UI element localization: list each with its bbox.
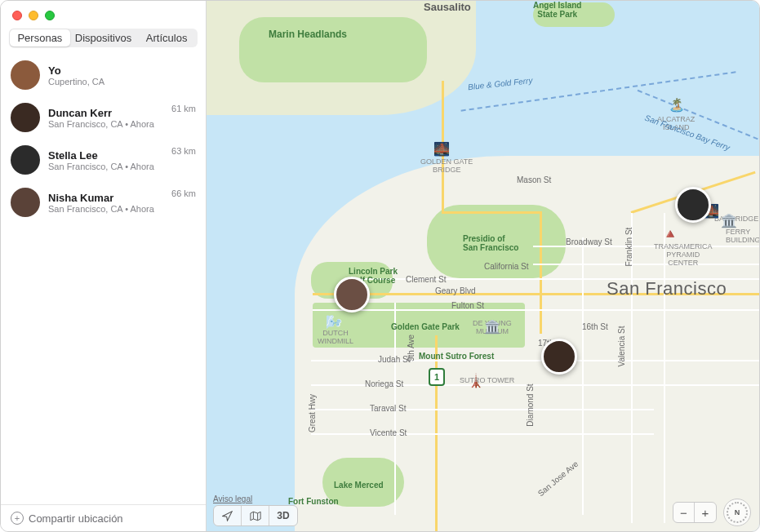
street-label: Valencia St [617, 326, 626, 367]
person-sub: Cupertino, CA [48, 77, 188, 86]
road [533, 264, 759, 265]
person-distance: 61 km [171, 103, 196, 113]
street-label: Noriega St [365, 379, 403, 388]
avatar [11, 103, 40, 132]
street-label: Mason St [517, 175, 551, 184]
road [442, 211, 540, 214]
place-label: Fort Funston [288, 497, 339, 506]
street-label: Vicente St [370, 428, 407, 437]
avatar [11, 188, 40, 217]
person-name: Duncan Kerr [48, 107, 163, 119]
place-label: DUTCH WINDMILL [318, 329, 353, 345]
map-pin-avatar[interactable] [334, 277, 370, 313]
3d-button[interactable]: 3D [269, 506, 297, 525]
person-sub: San Francisco, CA • Ahora [48, 119, 163, 129]
street-label: Judah St [378, 355, 410, 364]
locate-button[interactable] [214, 506, 242, 525]
zoom-in-button[interactable]: + [695, 503, 716, 522]
avatar [11, 60, 40, 90]
street-label: Great Hwy [308, 394, 317, 432]
person-sub: San Francisco, CA • Ahora [48, 204, 163, 214]
place-label: Mount Sutro Forest [419, 352, 494, 361]
street-label: 9th Ave [407, 335, 416, 361]
island-icon: 🏝️ [669, 97, 685, 113]
place-label: Lake Merced [334, 481, 384, 490]
street-label: Broadway St [566, 237, 612, 246]
person-name: Stella Lee [48, 149, 163, 162]
windmill-icon: 🌬️ [326, 314, 342, 330]
zoom-controls: − + [673, 502, 717, 523]
minimize-icon[interactable] [29, 11, 38, 20]
tab-articulos[interactable]: Artículos [136, 29, 197, 47]
place-label: FERRY BUILDING [726, 228, 759, 244]
map-pin-avatar[interactable] [541, 339, 577, 375]
park-area [239, 17, 427, 82]
window-controls [1, 1, 206, 29]
share-location-button[interactable]: + Compartir ubicación [1, 504, 206, 531]
list-item[interactable]: Duncan Kerr San Francisco, CA • Ahora 61… [1, 96, 206, 139]
ferry-label: Blue & Gold Ferry [468, 76, 533, 91]
building-icon: 🏛️ [721, 213, 737, 228]
road [313, 309, 759, 311]
bridge-icon: 🌉 [433, 141, 450, 157]
tower-icon: 🗼 [468, 373, 484, 388]
sidebar: Personas Dispositivos Artículos Yo Cuper… [1, 1, 207, 531]
street-label: 16th St [582, 322, 608, 331]
person-distance: 63 km [171, 145, 196, 156]
museum-icon: 🏛️ [484, 319, 500, 335]
street-label: Diamond St [526, 383, 535, 426]
route-shield: 1 [429, 368, 445, 386]
place-label: GOLDEN GATE BRIDGE [420, 157, 473, 174]
ferry-route [461, 71, 736, 111]
list-item[interactable]: Yo Cupertino, CA [1, 54, 206, 96]
tab-bar: Personas Dispositivos Artículos [9, 29, 198, 47]
map-mode-controls: 3D [213, 505, 298, 526]
person-name: Nisha Kumar [48, 192, 163, 204]
road [582, 237, 584, 515]
list-item[interactable]: Stella Lee San Francisco, CA • Ahora 63 … [1, 139, 206, 181]
avatar [11, 145, 40, 175]
street-label: Franklin St [624, 228, 633, 267]
place-label: Sausalito [424, 1, 471, 13]
tab-dispositivos[interactable]: Dispositivos [70, 29, 136, 47]
place-label: TRANSAMERICA PYRAMID CENTER [654, 242, 713, 267]
zoom-out-button[interactable]: − [673, 503, 695, 522]
plus-icon: + [11, 512, 24, 525]
place-label: Golden Gate Park [391, 322, 460, 331]
map-icon [250, 511, 261, 521]
share-label: Compartir ubicación [29, 512, 123, 525]
place-label: Presidio of San Francisco [463, 234, 518, 252]
tab-personas[interactable]: Personas [10, 29, 70, 47]
map-style-button[interactable] [242, 506, 269, 525]
place-label: Marin Headlands [269, 29, 347, 40]
map-pin-avatar[interactable] [675, 187, 711, 223]
person-distance: 66 km [171, 188, 196, 198]
legal-link[interactable]: Aviso legal [213, 494, 252, 503]
road [540, 211, 542, 334]
people-list: Yo Cupertino, CA Duncan Kerr San Francis… [1, 54, 206, 504]
compass-button[interactable]: N [723, 499, 751, 526]
city-label: San Francisco [607, 278, 727, 299]
place-label: Angel Island State Park [533, 1, 581, 19]
street-label: Fulton St [451, 301, 484, 310]
pyramid-icon: 🔺 [662, 226, 678, 242]
app-window: Personas Dispositivos Artículos Yo Cuper… [0, 0, 760, 532]
road [311, 433, 654, 435]
street-label: California St [484, 262, 528, 271]
street-label: Clement St [406, 275, 446, 284]
list-item[interactable]: Nisha Kumar San Francisco, CA • Ahora 66… [1, 181, 206, 224]
street-label: Geary Blvd [435, 286, 475, 295]
person-name: Yo [48, 64, 188, 77]
close-icon[interactable] [12, 11, 22, 20]
person-sub: San Francisco, CA • Ahora [48, 162, 163, 171]
road [311, 409, 654, 410]
map-view[interactable]: San Francisco Sausalito Marin Headlands … [207, 1, 759, 531]
street-label: Taraval St [370, 404, 406, 413]
zoom-icon[interactable] [45, 11, 55, 20]
location-arrow-icon [222, 511, 233, 521]
